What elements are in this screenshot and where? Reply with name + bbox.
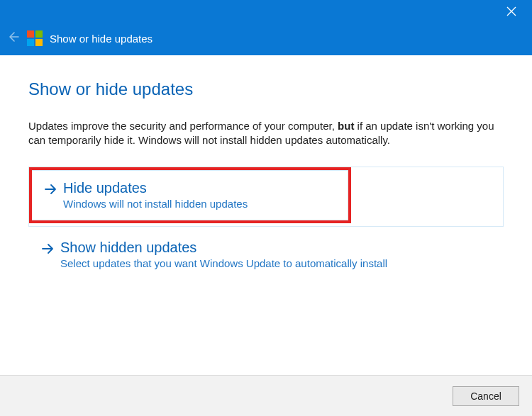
option-hide-updates[interactable]: Hide updates Windows will not install hi…: [32, 170, 348, 220]
option-hide-updates-row: Hide updates Windows will not install hi…: [28, 167, 504, 227]
option-show-hidden-updates[interactable]: Show hidden updates Select updates that …: [28, 230, 512, 280]
titlebar: Show or hide updates: [0, 0, 532, 55]
close-button[interactable]: [501, 4, 522, 21]
option-desc: Select updates that you want Windows Upd…: [60, 257, 387, 269]
cancel-button-label: Cancel: [470, 390, 501, 402]
page-heading: Show or hide updates: [28, 79, 504, 99]
option-title: Show hidden updates: [60, 239, 387, 256]
option-desc: Windows will not install hidden updates: [63, 198, 248, 210]
option-list: Hide updates Windows will not install hi…: [28, 167, 504, 280]
back-arrow-icon: [6, 30, 19, 46]
intro-part1: Updates improve the security and perform…: [28, 120, 338, 132]
window-title: Show or hide updates: [50, 33, 153, 45]
footer: Cancel: [0, 375, 532, 416]
microsoft-logo-icon: [27, 30, 43, 46]
intro-text: Updates improve the security and perform…: [28, 119, 497, 148]
arrow-right-icon: [40, 242, 55, 256]
close-icon: [506, 6, 516, 19]
intro-bold: but: [338, 120, 354, 132]
option-title: Hide updates: [63, 179, 248, 196]
annotation-highlight: Hide updates Windows will not install hi…: [29, 167, 351, 223]
back-button[interactable]: [4, 30, 21, 47]
cancel-button[interactable]: Cancel: [453, 386, 519, 406]
content-area: Show or hide updates Updates improve the…: [0, 55, 532, 375]
arrow-right-icon: [43, 182, 57, 196]
